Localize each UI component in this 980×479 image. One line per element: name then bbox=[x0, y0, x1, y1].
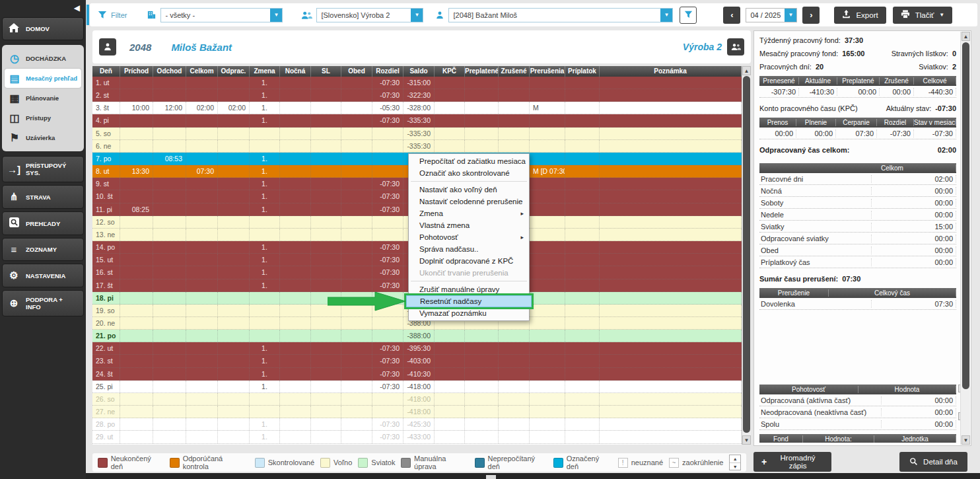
menu-item-vymaza-pozn-mku[interactable]: Vymazať poznámku bbox=[410, 307, 528, 319]
standby-table: PohotovosťHodnotaOdpracovaná (aktívna ča… bbox=[759, 385, 956, 430]
sidebar-item-strava[interactable]: ⋔ STRAVA bbox=[2, 185, 84, 209]
group-badge-icon[interactable] bbox=[727, 38, 744, 55]
table-row[interactable]: 22. ut1.-07:30-395:30 bbox=[92, 342, 742, 355]
cell-odprac bbox=[218, 203, 250, 215]
column-header-zru-en[interactable]: Zrušené bbox=[499, 66, 530, 77]
sidebar-collapse-icon[interactable]: ◀ bbox=[74, 3, 80, 13]
table-row[interactable]: 3. št10:0012:0002:0002:001.-05:30-328:00… bbox=[92, 102, 742, 114]
sidebar-item-podpora-info[interactable]: ⊕ PODPORA + INFO bbox=[2, 290, 84, 316]
cell-pr-platok bbox=[565, 355, 600, 367]
sidebar-item-pristupovy-sys[interactable]: →] PRÍSTUPOVÝ SYS. bbox=[2, 156, 84, 182]
column-header-pr-platok[interactable]: Príplatok bbox=[565, 66, 600, 77]
sidebar-item-planovanie[interactable]: ▦ Plánovanie bbox=[5, 89, 81, 108]
panel-scrollbar[interactable]: ▲ ▼ bbox=[960, 32, 970, 445]
scroll-up-icon[interactable]: ▲ bbox=[962, 32, 970, 41]
column-header-pr-chod[interactable]: Príchod bbox=[120, 66, 153, 77]
sidebar-item-prehlady[interactable]: PREHĽADY bbox=[2, 211, 84, 235]
column-header-zmena[interactable]: Zmena bbox=[250, 66, 280, 77]
sidebar-item-pristupy[interactable]: ◫ Prístupy bbox=[5, 108, 81, 128]
cell-pr-platok bbox=[565, 165, 600, 177]
person-badge-icon[interactable] bbox=[99, 38, 116, 55]
print-button[interactable]: Tlačiť ▼ bbox=[893, 7, 953, 24]
sidebar-item-domov[interactable]: DOMOV bbox=[2, 17, 84, 40]
menu-item-nastavi-ako-vo-n-de[interactable]: Nastaviť ako voľný deň bbox=[410, 184, 528, 196]
sidebar-item-zoznamy[interactable]: ≡ ZOZNAMY bbox=[2, 238, 84, 261]
cell-obed bbox=[341, 406, 372, 418]
column-header-preru-enia[interactable]: Prerušenia bbox=[530, 66, 565, 77]
employee-select[interactable]: [2048] Bažant Miloš ▼ bbox=[448, 8, 673, 22]
table-scrollbar[interactable]: ▲ ▼ bbox=[742, 66, 751, 445]
column-header-de[interactable]: Deň bbox=[92, 66, 120, 77]
window-resize-notch[interactable] bbox=[486, 475, 496, 479]
chevron-down-icon[interactable]: ▼ bbox=[411, 9, 423, 22]
prev-month-button[interactable]: ‹ bbox=[723, 7, 740, 24]
scrollbar-thumb[interactable] bbox=[743, 76, 750, 433]
advanced-filter-button[interactable] bbox=[680, 7, 697, 24]
menu-item-zmena[interactable]: Zmena▸ bbox=[410, 207, 528, 219]
column-header-odprac[interactable]: Odprac. bbox=[218, 66, 250, 77]
column-header-celkom[interactable]: Celkom bbox=[186, 66, 218, 77]
sidebar-item-nastavenia[interactable]: ⚙ NASTAVENIA bbox=[2, 264, 84, 287]
scroll-up-icon[interactable]: ▲ bbox=[742, 66, 751, 75]
cell-celkom bbox=[186, 229, 218, 240]
menu-item-prepo-ta-od-za-iatku-mesiaca[interactable]: Prepočítať od začiatku mesiaca bbox=[410, 155, 528, 167]
menu-item-zru-i-manu-lne-pravy[interactable]: Zrušiť manuálne úpravy bbox=[410, 283, 528, 295]
spinner-up-icon[interactable]: ▲ bbox=[730, 455, 740, 463]
spinner-down-icon[interactable]: ▼ bbox=[730, 463, 740, 470]
table-row[interactable]: 2. st1.-07:30-322:30 bbox=[92, 89, 742, 102]
table-row: Spolu00:00 bbox=[759, 418, 956, 430]
chevron-down-icon[interactable]: ▼ bbox=[785, 9, 796, 22]
menu-item-doplni-odpracovan-z-kp[interactable]: Doplniť odpracované z KPČ bbox=[410, 255, 528, 267]
scrollbar-thumb[interactable] bbox=[962, 42, 969, 389]
sidebar-item-mesacny-prehlad[interactable]: ▤ Mesačný prehľad bbox=[5, 69, 81, 88]
cell-obed bbox=[341, 216, 372, 228]
column-header-saldo[interactable]: Saldo bbox=[403, 66, 435, 77]
column-header-no-n[interactable]: Nočná bbox=[280, 66, 311, 77]
chevron-down-icon[interactable]: ▼ bbox=[270, 9, 282, 22]
column-header-sl[interactable]: SL bbox=[311, 66, 341, 77]
column-header-pozn-mka[interactable]: Poznámka bbox=[600, 66, 742, 77]
table-row[interactable]: 6. ne-335:30 bbox=[92, 140, 742, 153]
column-header-rozdiel[interactable]: Rozdiel bbox=[372, 66, 403, 77]
bulk-entry-button[interactable]: + Hromadný zápis bbox=[753, 452, 831, 472]
column-header-obed[interactable]: Obed bbox=[341, 66, 372, 77]
menu-item-spr-va-nad-asu[interactable]: Správa nadčasu.. bbox=[410, 243, 528, 255]
next-month-button[interactable]: › bbox=[802, 7, 820, 24]
department-select[interactable]: [Slovensko] Výroba 2 ▼ bbox=[316, 8, 423, 22]
day-detail-button[interactable]: Detail dňa bbox=[899, 452, 967, 472]
chevron-down-icon[interactable]: ▼ bbox=[660, 9, 672, 22]
export-button[interactable]: Export bbox=[834, 7, 886, 24]
cell-no-n bbox=[280, 279, 311, 291]
menu-item-resetn-nad-asy[interactable]: Resetnúť nadčasy bbox=[406, 295, 532, 307]
table-row[interactable]: 28. po1.-07:30-425:30 bbox=[92, 418, 742, 431]
table-row[interactable]: 21. po-388:00 bbox=[92, 330, 742, 342]
scroll-down-icon[interactable]: ▼ bbox=[962, 435, 970, 445]
table-row[interactable]: 25. pi1.-07:30-418:00 bbox=[92, 381, 742, 393]
table-row[interactable]: 24. št1.-07:30-410:30 bbox=[92, 368, 742, 381]
menu-item-pohotovos[interactable]: Pohotovosť▸ bbox=[410, 231, 528, 243]
menu-item-vlastn-zmena[interactable]: Vlastná zmena bbox=[410, 219, 528, 231]
menu-item-ozna-i-ako-skontrolovan[interactable]: Označiť ako skontrolované bbox=[410, 167, 528, 179]
menu-item-nastavi-celodenn-preru-enie[interactable]: Nastaviť celodenné prerušenie bbox=[410, 196, 528, 207]
company-select[interactable]: - všetky - ▼ bbox=[160, 8, 283, 22]
table-row[interactable]: 5. so-335:30 bbox=[92, 128, 742, 140]
table-row[interactable]: 1. ut1.-07:30-315:00 bbox=[92, 77, 742, 89]
food-icon: ⋔ bbox=[7, 191, 20, 203]
table-row[interactable]: 23. st1.-07:30-403:00 bbox=[92, 355, 742, 367]
column-header-preplaten[interactable]: Preplatené bbox=[465, 66, 499, 77]
table-row[interactable]: 29. ut1.-07:30-433:00 bbox=[92, 431, 742, 443]
cell-pozn-mka bbox=[600, 203, 742, 215]
month-select[interactable]: 04 / 2025 ▼ bbox=[746, 8, 797, 22]
menu-item-ukon-i-trvanie-preru-enia[interactable]: Ukončiť trvanie prerušenia bbox=[410, 267, 528, 279]
sidebar-item-dochadzka[interactable]: ◷ DOCHÁDZKA bbox=[5, 49, 81, 68]
legend-spinner[interactable]: ▲▼ bbox=[729, 455, 741, 470]
column-header-odchod[interactable]: Odchod bbox=[153, 66, 186, 77]
table-row[interactable]: 4. pi1.-07:30-335:30 bbox=[92, 114, 742, 127]
chevron-down-icon[interactable]: ▼ bbox=[939, 12, 944, 18]
table-row[interactable]: 26. so-418:00 bbox=[92, 393, 742, 406]
cell-saldo: -395:30 bbox=[403, 342, 435, 354]
scroll-down-icon[interactable]: ▼ bbox=[742, 435, 751, 445]
table-row[interactable]: 27. ne-418:00 bbox=[92, 406, 742, 418]
sidebar-item-uzavierka[interactable]: ⚑ Uzávierka bbox=[5, 128, 81, 147]
column-header-kp[interactable]: KPČ bbox=[435, 66, 465, 77]
